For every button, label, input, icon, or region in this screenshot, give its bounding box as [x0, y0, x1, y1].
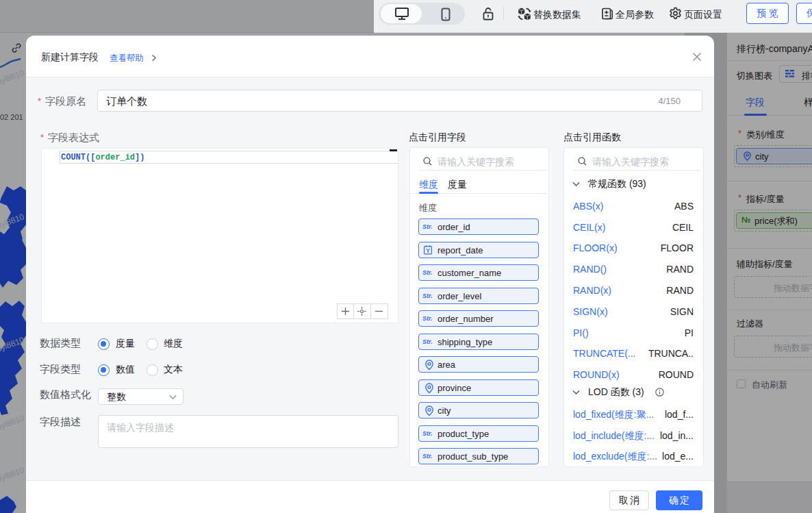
svg-text:Y: Y: [426, 247, 430, 254]
